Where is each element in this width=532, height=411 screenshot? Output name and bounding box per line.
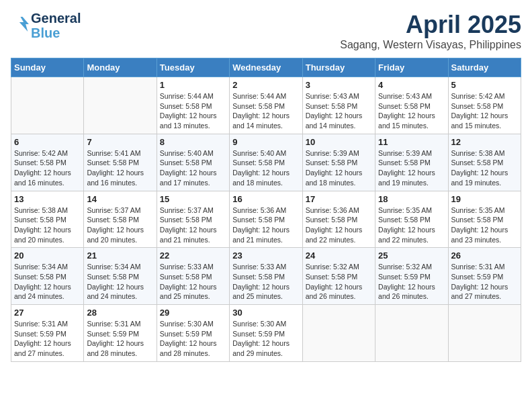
title-block: April 2025 Sagang, Western Visayas, Phil…: [340, 11, 521, 51]
calendar-cell: 18Sunrise: 5:35 AM Sunset: 5:58 PM Dayli…: [375, 191, 448, 248]
calendar-cell: 17Sunrise: 5:36 AM Sunset: 5:58 PM Dayli…: [302, 191, 375, 248]
calendar-cell: 27Sunrise: 5:31 AM Sunset: 5:59 PM Dayli…: [11, 305, 84, 362]
calendar-cell: 1Sunrise: 5:44 AM Sunset: 5:58 PM Daylig…: [157, 77, 229, 134]
col-header-sunday: Sunday: [11, 58, 84, 77]
calendar-cell: 9Sunrise: 5:40 AM Sunset: 5:58 PM Daylig…: [230, 134, 302, 191]
calendar-cell: 3Sunrise: 5:43 AM Sunset: 5:58 PM Daylig…: [302, 77, 375, 134]
calendar-cell: 6Sunrise: 5:42 AM Sunset: 5:58 PM Daylig…: [11, 134, 84, 191]
day-info: Sunrise: 5:42 AM Sunset: 5:58 PM Dayligh…: [451, 91, 518, 131]
calendar-header-row: SundayMondayTuesdayWednesdayThursdayFrid…: [11, 58, 521, 77]
day-info: Sunrise: 5:38 AM Sunset: 5:58 PM Dayligh…: [451, 148, 518, 188]
day-number: 28: [87, 308, 153, 318]
calendar-cell: 28Sunrise: 5:31 AM Sunset: 5:59 PM Dayli…: [84, 305, 157, 362]
calendar-cell: [375, 305, 448, 362]
calendar-cell: 21Sunrise: 5:34 AM Sunset: 5:58 PM Dayli…: [84, 248, 157, 305]
day-number: 7: [87, 137, 153, 147]
day-number: 21: [87, 250, 153, 261]
calendar-cell: 24Sunrise: 5:32 AM Sunset: 5:58 PM Dayli…: [302, 248, 375, 305]
day-number: 10: [306, 137, 372, 147]
day-number: 13: [14, 194, 81, 204]
calendar-cell: 12Sunrise: 5:38 AM Sunset: 5:58 PM Dayli…: [448, 134, 521, 191]
day-number: 4: [378, 80, 445, 90]
day-number: 15: [160, 194, 226, 204]
day-number: 26: [451, 250, 518, 261]
calendar-cell: 14Sunrise: 5:37 AM Sunset: 5:58 PM Dayli…: [84, 191, 157, 248]
day-info: Sunrise: 5:40 AM Sunset: 5:58 PM Dayligh…: [160, 148, 226, 188]
day-info: Sunrise: 5:39 AM Sunset: 5:58 PM Dayligh…: [306, 148, 372, 188]
logo-line2: Blue: [31, 26, 60, 40]
page-subtitle: Sagang, Western Visayas, Philippines: [340, 39, 521, 51]
day-info: Sunrise: 5:43 AM Sunset: 5:58 PM Dayligh…: [306, 91, 372, 131]
day-number: 9: [232, 137, 299, 147]
day-number: 25: [378, 250, 445, 261]
day-number: 23: [232, 250, 299, 261]
calendar-cell: 22Sunrise: 5:33 AM Sunset: 5:58 PM Dayli…: [157, 248, 229, 305]
day-info: Sunrise: 5:33 AM Sunset: 5:58 PM Dayligh…: [160, 262, 226, 302]
day-number: 30: [232, 308, 299, 318]
day-number: 6: [14, 137, 81, 147]
day-info: Sunrise: 5:32 AM Sunset: 5:59 PM Dayligh…: [378, 262, 445, 302]
calendar-cell: [448, 305, 521, 362]
day-number: 22: [160, 250, 226, 261]
day-info: Sunrise: 5:38 AM Sunset: 5:58 PM Dayligh…: [14, 205, 81, 245]
day-number: 8: [160, 137, 226, 147]
calendar-cell: 15Sunrise: 5:37 AM Sunset: 5:58 PM Dayli…: [157, 191, 229, 248]
logo: General Blue: [11, 11, 81, 40]
logo-icon: [12, 15, 31, 34]
day-info: Sunrise: 5:34 AM Sunset: 5:58 PM Dayligh…: [14, 262, 81, 302]
day-info: Sunrise: 5:30 AM Sunset: 5:59 PM Dayligh…: [160, 319, 226, 359]
day-info: Sunrise: 5:30 AM Sunset: 5:59 PM Dayligh…: [232, 319, 299, 359]
calendar-cell: 2Sunrise: 5:44 AM Sunset: 5:58 PM Daylig…: [230, 77, 302, 134]
header: General Blue April 2025 Sagang, Western …: [11, 11, 521, 51]
day-number: 5: [451, 80, 518, 90]
calendar-cell: 29Sunrise: 5:30 AM Sunset: 5:59 PM Dayli…: [157, 305, 229, 362]
calendar-cell: 5Sunrise: 5:42 AM Sunset: 5:58 PM Daylig…: [448, 77, 521, 134]
day-info: Sunrise: 5:39 AM Sunset: 5:58 PM Dayligh…: [378, 148, 445, 188]
day-info: Sunrise: 5:44 AM Sunset: 5:58 PM Dayligh…: [160, 91, 226, 131]
week-row-4: 20Sunrise: 5:34 AM Sunset: 5:58 PM Dayli…: [11, 248, 521, 305]
day-number: 17: [306, 194, 372, 204]
day-info: Sunrise: 5:40 AM Sunset: 5:58 PM Dayligh…: [232, 148, 299, 188]
day-number: 16: [232, 194, 299, 204]
day-number: 12: [451, 137, 518, 147]
day-info: Sunrise: 5:41 AM Sunset: 5:58 PM Dayligh…: [87, 148, 153, 188]
calendar-cell: 4Sunrise: 5:43 AM Sunset: 5:58 PM Daylig…: [375, 77, 448, 134]
day-info: Sunrise: 5:34 AM Sunset: 5:58 PM Dayligh…: [87, 262, 153, 302]
day-info: Sunrise: 5:33 AM Sunset: 5:58 PM Dayligh…: [232, 262, 299, 302]
day-number: 14: [87, 194, 153, 204]
calendar-cell: 19Sunrise: 5:35 AM Sunset: 5:58 PM Dayli…: [448, 191, 521, 248]
calendar-cell: 16Sunrise: 5:36 AM Sunset: 5:58 PM Dayli…: [230, 191, 302, 248]
calendar-body: 1Sunrise: 5:44 AM Sunset: 5:58 PM Daylig…: [11, 77, 521, 362]
day-info: Sunrise: 5:36 AM Sunset: 5:58 PM Dayligh…: [232, 205, 299, 245]
col-header-thursday: Thursday: [302, 58, 375, 77]
calendar-cell: 30Sunrise: 5:30 AM Sunset: 5:59 PM Dayli…: [230, 305, 302, 362]
calendar-table: SundayMondayTuesdayWednesdayThursdayFrid…: [11, 58, 521, 362]
col-header-saturday: Saturday: [448, 58, 521, 77]
day-info: Sunrise: 5:31 AM Sunset: 5:59 PM Dayligh…: [451, 262, 518, 302]
day-info: Sunrise: 5:42 AM Sunset: 5:58 PM Dayligh…: [14, 148, 81, 188]
calendar-cell: 23Sunrise: 5:33 AM Sunset: 5:58 PM Dayli…: [230, 248, 302, 305]
col-header-tuesday: Tuesday: [157, 58, 229, 77]
day-info: Sunrise: 5:36 AM Sunset: 5:58 PM Dayligh…: [306, 205, 372, 245]
day-info: Sunrise: 5:37 AM Sunset: 5:58 PM Dayligh…: [87, 205, 153, 245]
day-number: 2: [232, 80, 299, 90]
logo-text: General Blue: [31, 11, 81, 40]
page-title: April 2025: [340, 11, 521, 39]
day-number: 18: [378, 194, 445, 204]
calendar-cell: 13Sunrise: 5:38 AM Sunset: 5:58 PM Dayli…: [11, 191, 84, 248]
day-info: Sunrise: 5:31 AM Sunset: 5:59 PM Dayligh…: [14, 319, 81, 359]
day-number: 1: [160, 80, 226, 90]
col-header-friday: Friday: [375, 58, 448, 77]
calendar-cell: 11Sunrise: 5:39 AM Sunset: 5:58 PM Dayli…: [375, 134, 448, 191]
day-info: Sunrise: 5:43 AM Sunset: 5:58 PM Dayligh…: [378, 91, 445, 131]
day-number: 29: [160, 308, 226, 318]
day-number: 19: [451, 194, 518, 204]
calendar-cell: 10Sunrise: 5:39 AM Sunset: 5:58 PM Dayli…: [302, 134, 375, 191]
calendar-cell: 7Sunrise: 5:41 AM Sunset: 5:58 PM Daylig…: [84, 134, 157, 191]
day-info: Sunrise: 5:35 AM Sunset: 5:58 PM Dayligh…: [378, 205, 445, 245]
day-number: 20: [14, 250, 81, 261]
calendar-cell: 8Sunrise: 5:40 AM Sunset: 5:58 PM Daylig…: [157, 134, 229, 191]
col-header-wednesday: Wednesday: [230, 58, 302, 77]
day-number: 27: [14, 308, 81, 318]
day-number: 3: [306, 80, 372, 90]
